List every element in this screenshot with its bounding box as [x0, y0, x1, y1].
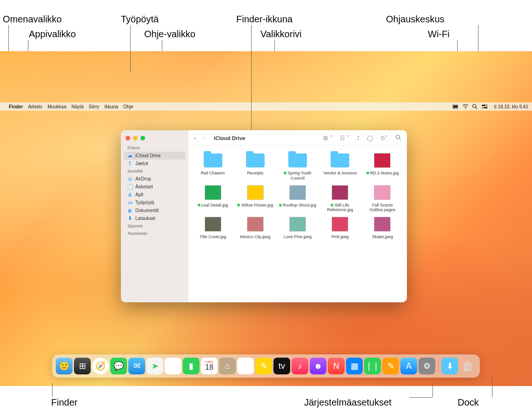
file-item[interactable]: Spring Youth Council	[277, 152, 318, 181]
menu-arkisto[interactable]: Arkisto	[28, 104, 43, 109]
file-thumbnail	[329, 184, 351, 201]
dock-item-reminders[interactable]: ☰	[237, 358, 254, 374]
dock-item-music[interactable]: ♪	[292, 358, 308, 374]
app-menu[interactable]: Finder	[9, 104, 23, 109]
dock-item-tv[interactable]: tv	[273, 358, 290, 374]
dock-item-news[interactable]: N	[328, 358, 345, 374]
dock-item-notes[interactable]: ✎	[255, 358, 272, 374]
callout-dock: Dock	[458, 397, 479, 408]
file-item[interactable]: Pink.jpeg	[319, 215, 361, 240]
dock-item-photos[interactable]: ✿	[165, 358, 181, 374]
menu-ikkuna[interactable]: Ikkuna	[105, 104, 118, 109]
dock-item-launchpad[interactable]: ⊞	[74, 358, 91, 374]
sidebar-item-label: Apit	[135, 192, 143, 197]
view-icons-button[interactable]: ⊞ ˅	[323, 135, 332, 141]
file-item[interactable]: Lone Pine.jpeg	[277, 215, 318, 240]
sidebar-item[interactable]: ▭Työpöytä	[121, 199, 188, 206]
file-thumbnail	[372, 215, 393, 233]
svg-line-5	[476, 107, 477, 109]
share-button[interactable]: ⤴	[357, 135, 359, 141]
callout-appivalikko: Appivalikko	[29, 29, 76, 40]
menubar-datetime[interactable]: ti 18.10. klo 9.41	[494, 104, 528, 109]
file-item[interactable]: Vendor & Invoices	[319, 152, 361, 181]
dock-item-finder[interactable]: 🙂	[56, 358, 73, 374]
zoom-button[interactable]	[140, 136, 145, 140]
dock-item-messages[interactable]: 💬	[110, 358, 127, 374]
dock-item-calendar[interactable]: LOKA18	[201, 358, 218, 374]
file-thumbnail	[245, 184, 266, 201]
sidebar-item[interactable]: 🗎Dokumentit	[121, 206, 188, 214]
file-item[interactable]: Title Cover.jpg	[192, 215, 233, 240]
file-label: Title Cover.jpg	[200, 234, 226, 240]
menu-nayta[interactable]: Näytä	[72, 104, 84, 109]
minimize-button[interactable]	[133, 136, 138, 140]
tags-button[interactable]: ◯	[367, 135, 373, 141]
file-thumbnail	[372, 152, 393, 169]
file-label: Mexico City.jpeg	[240, 234, 270, 240]
dock-item-facetime[interactable]: ▮	[183, 358, 200, 374]
menu-muokkaa[interactable]: Muokkaa	[47, 104, 66, 109]
sidebar-item-label: AirDrop	[135, 176, 151, 181]
sidebar-section-header: Sijainnit	[121, 222, 188, 230]
file-item[interactable]: Yellow Flower.jpg	[234, 184, 276, 213]
tag-dot-icon	[237, 204, 240, 206]
callout-finderikkuna: Finder-ikkuna	[236, 14, 293, 25]
file-item[interactable]: Skater.jpeg	[362, 215, 403, 240]
dock-item-mail[interactable]: ✉︎	[128, 358, 145, 374]
finder-window[interactable]: iCloud☁︎iCloud Drive⇪JaetutSuosikit◎AirD…	[121, 130, 407, 302]
sidebar-item[interactable]: 🕘Äskeiset	[121, 183, 188, 191]
dock-item-pages[interactable]: ✎	[382, 358, 399, 374]
sidebar-item[interactable]: ⬇Lataukset	[121, 214, 188, 222]
control-center-icon[interactable]	[482, 104, 487, 109]
dock-item-keynote[interactable]: ▦	[346, 358, 363, 374]
dock-item-contacts[interactable]: ⌂	[219, 358, 236, 374]
search-button[interactable]	[395, 134, 401, 142]
dock-item-safari[interactable]: 🧭	[92, 358, 109, 374]
file-item[interactable]: Rooftop Shoot.jpg	[277, 184, 318, 213]
file-thumbnail	[202, 215, 224, 233]
dock-item-numbers[interactable]: ❘❘	[364, 358, 381, 374]
sidebar-item[interactable]: ☁︎iCloud Drive	[124, 152, 186, 160]
spotlight-icon[interactable]	[472, 104, 478, 109]
dock-item-podcasts[interactable]: ☻	[310, 358, 326, 374]
file-item[interactable]: Still Life Reference.jpg	[319, 184, 361, 213]
dock-item-trash[interactable]: 🗑	[459, 358, 476, 374]
file-item[interactable]: Mexico City.jpeg	[234, 215, 276, 240]
file-grid: Rail ChasersReceiptsSpring Youth Council…	[188, 146, 407, 302]
sidebar-item[interactable]: ◎AirDrop	[121, 175, 188, 183]
close-button[interactable]	[126, 136, 130, 140]
file-item[interactable]: Leaf Detail.jpg	[192, 184, 233, 213]
menu-ohje[interactable]: Ohje	[123, 104, 133, 109]
menu-siirry[interactable]: Siirry	[89, 104, 100, 109]
sidebar-item-label: Äskeiset	[135, 184, 153, 189]
sidebar-item-icon: 🕘	[127, 184, 133, 189]
sidebar-item[interactable]: ⇪Jaetut	[121, 160, 188, 167]
file-item[interactable]: Rail Chasers	[192, 152, 233, 181]
dock-item-systemsettings[interactable]: ⚙︎	[419, 358, 435, 374]
action-button[interactable]: ⊙˅	[380, 135, 388, 141]
dock-item-appstore[interactable]: A	[400, 358, 417, 374]
battery-icon[interactable]	[452, 104, 458, 109]
sidebar-item-icon: ⬇	[127, 216, 133, 221]
file-label: Rooftop Shoot.jpg	[279, 203, 316, 208]
folder-icon	[202, 152, 224, 169]
callout-omenavalikko: Omenavalikko	[3, 14, 62, 25]
sidebar-item-icon: ⇪	[127, 161, 133, 166]
file-item[interactable]: Receipts	[234, 152, 276, 181]
nav-back-button[interactable]: ‹	[194, 134, 196, 141]
dock-item-downloads[interactable]: ⬇	[441, 358, 458, 374]
svg-rect-8	[484, 107, 487, 108]
callout-ohjevalikko: Ohje-valikko	[144, 29, 195, 40]
nav-forward-button[interactable]: ›	[202, 134, 204, 141]
sidebar-item[interactable]: AApit	[121, 191, 188, 199]
tag-dot-icon	[279, 204, 282, 206]
file-item[interactable]: Fall Scents Outline.pages	[362, 184, 403, 213]
sidebar-item-label: Jaetut	[135, 161, 148, 166]
wifi-icon[interactable]	[462, 104, 468, 109]
folder-icon	[245, 152, 266, 169]
svg-point-3	[465, 107, 466, 108]
svg-point-4	[472, 105, 476, 108]
dock-item-maps[interactable]: ➤	[146, 358, 163, 374]
group-button[interactable]: ☷ ˅	[340, 135, 349, 141]
file-item[interactable]: RD.2-Notes.jpg	[362, 152, 403, 181]
